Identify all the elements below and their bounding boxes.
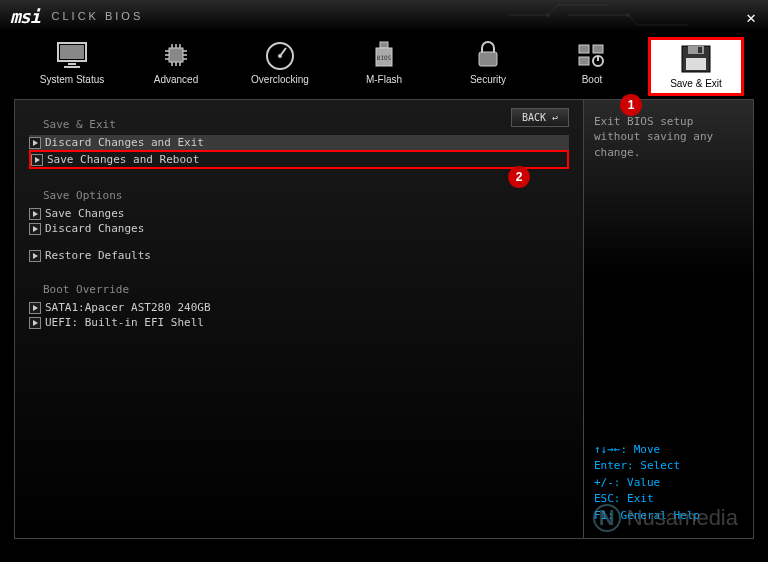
menu-label: Discard Changes bbox=[45, 222, 144, 235]
play-icon bbox=[31, 154, 43, 166]
nav-advanced[interactable]: Advanced bbox=[131, 40, 221, 93]
annotation-badge-2: 2 bbox=[508, 166, 530, 188]
monitor-icon bbox=[54, 40, 90, 70]
circuit-decoration bbox=[508, 0, 708, 30]
nav-boot[interactable]: Boot bbox=[547, 40, 637, 93]
svg-rect-14 bbox=[593, 45, 603, 53]
menu-label: Save Changes and Reboot bbox=[47, 153, 199, 166]
play-icon bbox=[29, 208, 41, 220]
play-icon bbox=[29, 317, 41, 329]
help-text: Exit BIOS setup without saving any chang… bbox=[594, 114, 743, 442]
menu-label: UEFI: Built-in EFI Shell bbox=[45, 316, 204, 329]
section-save-options: Save Options bbox=[43, 189, 569, 202]
hint-enter: Enter: Select bbox=[594, 458, 743, 475]
svg-rect-4 bbox=[68, 63, 76, 65]
watermark: N Nusamedia bbox=[593, 504, 738, 532]
svg-rect-6 bbox=[169, 48, 183, 62]
hint-move: ↑↓→←: Move bbox=[594, 442, 743, 459]
nav-system-status[interactable]: System Status bbox=[27, 40, 117, 93]
close-icon[interactable]: ✕ bbox=[746, 8, 756, 27]
menu-label: SATA1:Apacer AST280 240GB bbox=[45, 301, 211, 314]
menu-discard-exit[interactable]: Discard Changes and Exit bbox=[29, 135, 569, 150]
play-icon bbox=[29, 250, 41, 262]
back-button[interactable]: BACK ↩ bbox=[511, 108, 569, 127]
nav-overclocking[interactable]: Overclocking bbox=[235, 40, 325, 93]
bios-title: CLICK BIOS bbox=[52, 10, 144, 22]
lock-icon bbox=[470, 40, 506, 70]
watermark-text: Nusamedia bbox=[627, 505, 738, 531]
chip-icon bbox=[158, 40, 194, 70]
svg-rect-9 bbox=[380, 42, 388, 48]
nav-mflash[interactable]: BIOS M-Flash bbox=[339, 40, 429, 93]
section-boot-override: Boot Override bbox=[43, 283, 569, 296]
floppy-icon bbox=[678, 44, 714, 74]
menu-boot-uefi[interactable]: UEFI: Built-in EFI Shell bbox=[29, 315, 569, 330]
gauge-icon bbox=[262, 40, 298, 70]
svg-rect-13 bbox=[579, 45, 589, 53]
annotation-badge-1: 1 bbox=[620, 94, 642, 116]
menu-boot-sata1[interactable]: SATA1:Apacer AST280 240GB bbox=[29, 300, 569, 315]
menu-restore-defaults[interactable]: Restore Defaults bbox=[29, 248, 569, 263]
section-save-exit: Save & Exit bbox=[43, 118, 569, 131]
menu-save-changes[interactable]: Save Changes bbox=[29, 206, 569, 221]
svg-rect-19 bbox=[698, 47, 702, 53]
nav-security[interactable]: Security bbox=[443, 40, 533, 93]
svg-text:BIOS: BIOS bbox=[377, 54, 392, 61]
play-icon bbox=[29, 137, 41, 149]
menu-label: Discard Changes and Exit bbox=[45, 136, 204, 149]
svg-rect-15 bbox=[579, 57, 589, 65]
play-icon bbox=[29, 302, 41, 314]
main-panel: BACK ↩ Save & Exit Discard Changes and E… bbox=[14, 99, 584, 539]
content-area: BACK ↩ Save & Exit Discard Changes and E… bbox=[0, 99, 768, 553]
svg-point-1 bbox=[626, 13, 630, 17]
menu-label: Restore Defaults bbox=[45, 249, 151, 262]
svg-rect-20 bbox=[686, 58, 706, 70]
help-panel: Exit BIOS setup without saving any chang… bbox=[584, 99, 754, 539]
watermark-icon: N bbox=[593, 504, 621, 532]
svg-point-0 bbox=[546, 13, 550, 17]
usb-icon: BIOS bbox=[366, 40, 402, 70]
svg-rect-12 bbox=[479, 52, 497, 66]
boot-icon bbox=[574, 40, 610, 70]
header-bar: msi CLICK BIOS ✕ bbox=[0, 0, 768, 32]
svg-point-8 bbox=[278, 54, 282, 58]
nav-bar: System Status Advanced Overclocking BIOS… bbox=[0, 32, 768, 99]
svg-rect-3 bbox=[60, 45, 84, 59]
msi-logo: msi bbox=[10, 6, 40, 27]
svg-rect-5 bbox=[64, 66, 80, 68]
menu-discard-changes[interactable]: Discard Changes bbox=[29, 221, 569, 236]
nav-save-exit[interactable]: Save & Exit bbox=[651, 40, 741, 93]
menu-label: Save Changes bbox=[45, 207, 124, 220]
play-icon bbox=[29, 223, 41, 235]
menu-save-reboot[interactable]: Save Changes and Reboot bbox=[29, 150, 569, 169]
hint-value: +/-: Value bbox=[594, 475, 743, 492]
